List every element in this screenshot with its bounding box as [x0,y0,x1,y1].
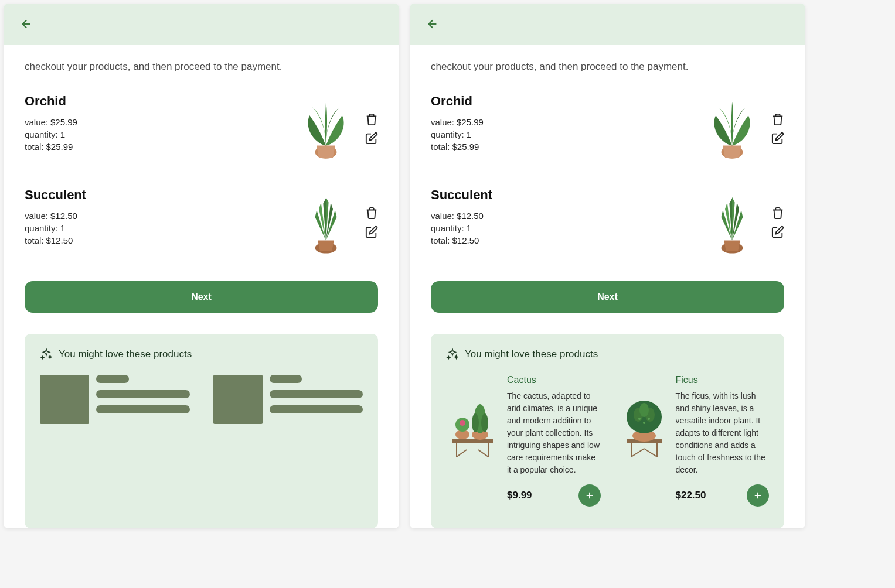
skeleton-line [96,405,190,413]
plant-image [294,94,358,164]
checkout-subtitle: checkout your products, and then proceed… [25,61,378,73]
sparkle-icon [40,348,53,361]
qty-amount: 1 [467,223,471,233]
rec-name: Cactus [507,375,601,385]
skeleton-line [270,390,363,398]
cart-item-name: Succulent [25,187,86,203]
skeleton-card [213,375,363,424]
recs-skeleton [40,375,363,424]
rec-price: $9.99 [507,490,532,501]
cart-item-name: Orchid [25,94,77,109]
cart-item: Succulent value:$12.50 quantity:1 total:… [25,187,378,258]
value-label: value: [431,211,454,221]
value-amount: $12.50 [50,211,77,221]
rec-desc: The cactus, adapted to arid climates, is… [507,390,601,476]
qty-label: quantity: [25,223,58,233]
total-amount: $25.99 [452,142,479,152]
total-amount: $12.50 [452,235,479,245]
skeleton-image [213,375,263,424]
skeleton-card [40,375,190,424]
edit-icon[interactable] [365,225,378,238]
back-arrow-icon[interactable] [426,18,439,30]
qty-amount: 1 [60,223,65,233]
total-label: total: [25,235,44,245]
total-amount: $25.99 [46,142,73,152]
cart-item: Orchid value:$25.99 quantity:1 total:$25… [431,94,784,164]
qty-label: quantity: [25,129,58,139]
value-label: value: [431,117,454,127]
edit-icon[interactable] [365,132,378,145]
plant-image [294,187,358,258]
cart-item-name: Succulent [431,187,492,203]
edit-icon[interactable] [771,132,784,145]
value-label: value: [25,117,48,127]
sparkle-icon [446,348,459,361]
rec-desc: The ficus, with its lush and shiny leave… [676,390,770,476]
edit-icon[interactable] [771,225,784,238]
value-amount: $25.99 [457,117,484,127]
qty-amount: 1 [467,129,471,139]
value-amount: $12.50 [457,211,484,221]
checkout-panel-left: checkout your products, and then proceed… [4,4,399,528]
qty-amount: 1 [60,129,65,139]
delete-icon[interactable] [365,113,378,126]
plant-image [700,187,764,258]
rec-image [615,375,668,463]
total-label: total: [431,142,450,152]
add-button[interactable] [578,484,601,507]
rec-card: Ficus The ficus, with its lush and shiny… [615,375,770,507]
checkout-subtitle: checkout your products, and then proceed… [431,61,784,73]
recs-title: You might love these products [59,348,192,360]
value-label: value: [25,211,48,221]
header-bar [4,4,399,45]
recs-title: You might love these products [465,348,598,360]
skeleton-image [40,375,89,424]
recommendations-section: You might love these products Cactus The… [431,334,784,528]
qty-label: quantity: [431,223,464,233]
next-button[interactable]: Next [431,281,784,313]
add-button[interactable] [747,484,769,507]
rec-card: Cactus The cactus, adapted to arid clima… [446,375,601,507]
rec-name: Ficus [676,375,770,385]
delete-icon[interactable] [771,207,784,220]
cart-item: Succulent value:$12.50 quantity:1 total:… [431,187,784,258]
cart-item: Orchid value:$25.99 quantity:1 total:$25… [25,94,378,164]
skeleton-line [270,375,302,383]
skeleton-line [96,375,129,383]
plant-image [700,94,764,164]
rec-image [446,375,499,463]
next-button[interactable]: Next [25,281,378,313]
delete-icon[interactable] [771,113,784,126]
skeleton-line [96,390,190,398]
back-arrow-icon[interactable] [20,18,33,30]
cart-item-name: Orchid [431,94,484,109]
rec-price: $22.50 [676,490,706,501]
total-label: total: [25,142,44,152]
recommendations-section: You might love these products [25,334,378,528]
total-amount: $12.50 [46,235,73,245]
header-bar [410,4,805,45]
checkout-panel-right: checkout your products, and then proceed… [410,4,805,528]
qty-label: quantity: [431,129,464,139]
value-amount: $25.99 [50,117,77,127]
delete-icon[interactable] [365,207,378,220]
total-label: total: [431,235,450,245]
skeleton-line [270,405,363,413]
